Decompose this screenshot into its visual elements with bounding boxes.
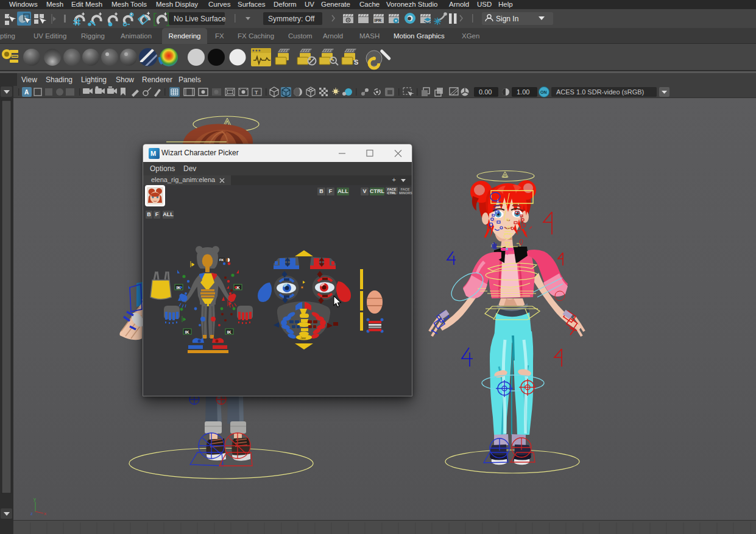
svg-text:ON: ON — [540, 90, 547, 94]
svg-text:ACES 1.0 SDR-video (sRGB): ACES 1.0 SDR-video (sRGB) — [556, 88, 644, 96]
svg-text:FK: FK — [219, 258, 224, 262]
svg-text:Sign In: Sign In — [496, 15, 518, 23]
svg-text:IK: IK — [227, 330, 231, 334]
svg-text:No Live Surface: No Live Surface — [174, 15, 226, 23]
svg-text:IK: IK — [185, 330, 189, 334]
svg-text:Jaw: Jaw — [300, 336, 306, 340]
svg-text:z: z — [30, 511, 33, 516]
svg-text:0.00: 0.00 — [479, 88, 492, 96]
svg-text:Symmetry: Off: Symmetry: Off — [268, 15, 315, 23]
svg-text:S: S — [354, 58, 358, 66]
svg-text:1.00: 1.00 — [517, 88, 529, 96]
svg-text:M: M — [150, 150, 156, 157]
svg-text:T: T — [255, 90, 258, 96]
svg-text:A: A — [24, 89, 29, 96]
svg-text:IPR: IPR — [375, 18, 382, 23]
svg-text:x: x — [44, 511, 46, 516]
svg-text:y: y — [34, 496, 36, 502]
